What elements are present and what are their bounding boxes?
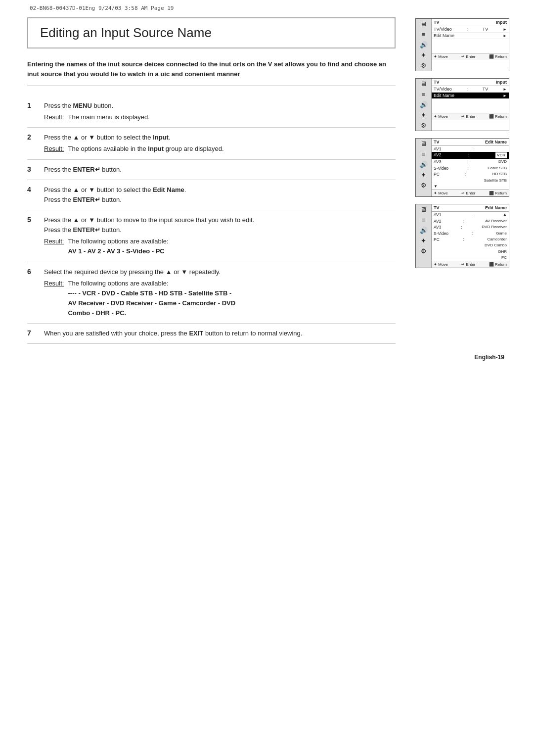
step-4: 4 Press the ▲ or ▼ button to select the … xyxy=(27,180,396,210)
tv-option-4-svideo: S-Video : Game xyxy=(432,231,509,236)
tv-icon-extra-2: ⚙ xyxy=(421,122,427,129)
page-number: English-19 xyxy=(0,344,534,366)
step-number-3: 3 xyxy=(27,165,36,173)
opt-label: AV2 xyxy=(434,219,441,224)
opt-value: PC xyxy=(501,255,507,260)
tv-icon-list-3: ≡ xyxy=(422,151,426,157)
tv-icon-settings: ✦ xyxy=(421,52,426,58)
tv-option-4-dvdcombo: DVD Combo xyxy=(432,242,509,248)
tv-panel-4: 🖥 ≡ 🔊 ✦ ⚙ TV Edit Name AV1 : xyxy=(415,204,514,268)
opt-value: ▼ xyxy=(434,184,438,189)
tv-label-3: TV xyxy=(434,140,440,144)
tv-footer-return: ⬛ Return xyxy=(489,191,507,195)
step-7-content: When you are satisfied with your choice,… xyxy=(44,329,396,338)
opt-sep: : xyxy=(463,237,464,242)
tv-option-4-av1: AV1 : ▲ xyxy=(432,212,509,218)
tv-option-svideo: S-Video : Cable STB xyxy=(432,165,509,171)
tv-footer-return: ⬛ Return xyxy=(489,262,507,267)
tv-main-1: TV Input TV/Video : TV ► Edit Name ► xyxy=(432,19,509,71)
tv-footer-1: ✦ Move ↵ Enter ⬛ Return xyxy=(432,53,509,60)
result-text-5: The following options are available: AV … xyxy=(68,236,168,256)
opt-value: HD STB xyxy=(492,172,507,177)
tv-main-2: TV Input TV/Video : TV ► Edit Name ► xyxy=(432,79,509,131)
tv-header-right-1: Input xyxy=(496,20,507,25)
step-5: 5 Press the ▲ or ▼ button to move to the… xyxy=(27,210,396,262)
tv-title-bar-2: TV Input xyxy=(432,79,509,86)
tv-icon-extra-4: ⚙ xyxy=(421,248,427,254)
opt-value: AV Receiver xyxy=(485,219,507,224)
tv-row-sep: : xyxy=(467,27,468,32)
opt-label: S-Video xyxy=(434,166,448,171)
tv-sidebar-4: 🖥 ≡ 🔊 ✦ ⚙ xyxy=(416,204,432,268)
opt-label: PC xyxy=(434,237,440,242)
tv-row-label: TV/Video xyxy=(434,87,452,92)
step-1-content: Press the MENU button. Result: The main … xyxy=(44,101,396,122)
tv-footer-move: ✦ Move xyxy=(434,262,448,267)
tv-main-4: TV Edit Name AV1 : ▲ AV2 : AV Receiver xyxy=(432,204,509,268)
tv-icon-sound-3: 🔊 xyxy=(420,161,428,168)
tv-main-3: TV Edit Name AV1 : AV2 : VCR xyxy=(432,139,509,196)
tv-panel-2: 🖥 ≡ 🔊 ✦ ⚙ TV Input TV/Video : xyxy=(415,78,514,131)
opt-sep: : xyxy=(461,225,462,230)
opt-value: DVD xyxy=(498,159,507,164)
tv-option-av3: AV3 : DVD xyxy=(432,159,509,165)
tv-panel-1: 🖥 ≡ 🔊 ✦ ⚙ TV Input TV/Video : xyxy=(415,18,514,71)
tv-icon-display: 🖥 xyxy=(420,21,427,27)
step-number-2: 2 xyxy=(27,133,36,141)
result-text-1: The main menu is displayed. xyxy=(68,112,149,122)
tv-icon-list-2: ≡ xyxy=(422,91,426,97)
tv-row-arrow: ► xyxy=(503,27,507,32)
step-2-content: Press the ▲ or ▼ button to select the In… xyxy=(44,133,396,154)
opt-value: VCR xyxy=(495,152,507,158)
opt-sep: : xyxy=(465,172,466,177)
step-4-content: Press the ▲ or ▼ button to select the Ed… xyxy=(44,185,396,205)
tv-option-sat: Satellite STB xyxy=(432,178,509,184)
step-7: 7 When you are satisfied with your choic… xyxy=(27,324,396,344)
tv-footer-return: ⬛ Return xyxy=(489,54,507,59)
step-1: 1 Press the MENU button. Result: The mai… xyxy=(27,96,396,128)
tv-row-arrow: ► xyxy=(503,34,507,38)
result-label-6: Result: xyxy=(44,279,64,319)
tv-sidebar-1: 🖥 ≡ 🔊 ✦ ⚙ xyxy=(416,19,432,71)
opt-sep: : xyxy=(472,231,473,236)
step-number-1: 1 xyxy=(27,101,36,109)
step-number-5: 5 xyxy=(27,215,36,224)
tv-label-2: TV xyxy=(434,80,440,85)
tv-title-bar-4: TV Edit Name xyxy=(432,204,509,212)
opt-sep: : xyxy=(472,212,473,217)
tv-footer-enter: ↵ Enter xyxy=(461,114,475,119)
tv-row-sep: : xyxy=(467,87,468,92)
result-label-5: Result: xyxy=(44,236,64,256)
tv-option-av1: AV1 : xyxy=(432,146,509,152)
tv-header-right-3: Edit Name xyxy=(485,140,507,144)
step-6: 6 Select the required device by pressing… xyxy=(27,262,396,324)
step-number-4: 4 xyxy=(27,185,36,193)
tv-menu-row-2a: TV/Video : TV ► xyxy=(432,86,509,93)
tv-icon-extra-3: ⚙ xyxy=(421,182,427,189)
tv-option-4-pc: PC : Camcorder xyxy=(432,236,509,242)
opt-label: S-Video xyxy=(434,231,448,236)
tv-icon-settings-3: ✦ xyxy=(421,172,426,178)
tv-sidebar-2: 🖥 ≡ 🔊 ✦ ⚙ xyxy=(416,79,432,131)
tv-option-4-av2: AV2 : AV Receiver xyxy=(432,218,509,224)
opt-value: DVD Receiver xyxy=(482,225,507,230)
tv-icon-list-4: ≡ xyxy=(422,217,426,223)
title-box: Editing an Input Source Name xyxy=(27,17,396,48)
tv-footer-4: ✦ Move ↵ Enter ⬛ Return xyxy=(432,261,509,268)
tv-option-av2: AV2 : VCR xyxy=(432,152,509,159)
step-2: 2 Press the ▲ or ▼ button to select the … xyxy=(27,128,396,159)
intro-paragraph: Entering the names of the inut source de… xyxy=(27,59,396,86)
tv-footer-move: ✦ Move xyxy=(434,114,448,119)
result-label-2: Result: xyxy=(44,144,64,154)
tv-menu-row-1a: TV/Video : TV ► xyxy=(432,26,509,33)
tv-title-bar-3: TV Edit Name xyxy=(432,139,509,146)
opt-sep: : xyxy=(474,146,475,151)
step-number-6: 6 xyxy=(27,267,36,276)
tv-icon-display-3: 🖥 xyxy=(420,141,427,147)
tv-footer-enter: ↵ Enter xyxy=(461,262,475,267)
opt-label: AV3 xyxy=(434,159,441,164)
step-3: 3 Press the ENTER↵ button. xyxy=(27,160,396,180)
step-6-content: Select the required device by pressing t… xyxy=(44,267,396,319)
tv-row-arrow: ► xyxy=(503,94,507,98)
tv-icon-sound-2: 🔊 xyxy=(420,101,428,108)
